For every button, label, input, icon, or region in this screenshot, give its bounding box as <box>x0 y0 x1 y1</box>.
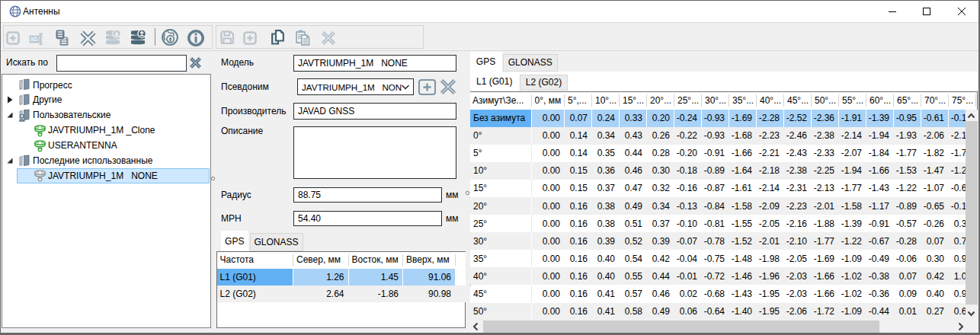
svg-text:ab: ab <box>30 35 38 43</box>
